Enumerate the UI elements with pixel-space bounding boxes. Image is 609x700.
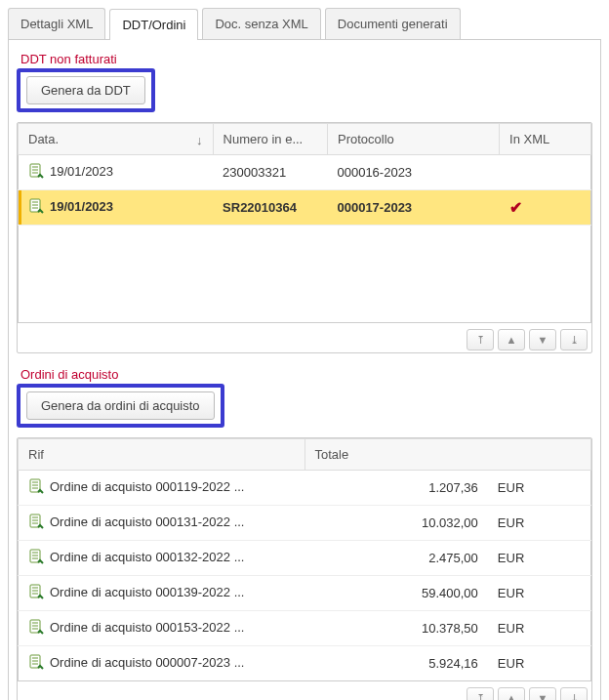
document-icon — [28, 584, 44, 602]
ordini-row-rif: Ordine di acquisto 000139-2022 ... — [50, 585, 244, 599]
document-icon — [28, 198, 44, 217]
ordini-row-rif: Ordine di acquisto 000153-2022 ... — [50, 620, 244, 635]
ddt-col-inxml[interactable]: In XML — [500, 124, 591, 155]
document-icon — [28, 654, 44, 673]
ddt-row-data: 19/01/2023 — [50, 164, 113, 179]
ordini-row[interactable]: Ordine di acquisto 000153-2022 ...10.378… — [19, 611, 591, 646]
tab-dettagli-xml[interactable]: Dettagli XML — [8, 8, 105, 39]
last-icon: ⤓ — [570, 334, 579, 346]
ordini-row-rif: Ordine di acquisto 000131-2022 ... — [50, 515, 244, 529]
ordini-section-title: Ordini di acquisto — [20, 367, 592, 382]
ddt-col-protocollo[interactable]: Protocollo — [327, 124, 499, 155]
ordini-row-totale: 10.032,00 — [304, 506, 488, 541]
ddt-section-title: DDT non fatturati — [20, 52, 592, 66]
ordini-row-rif: Ordine di acquisto 000132-2022 ... — [50, 550, 244, 564]
up-icon: ▲ — [507, 692, 517, 701]
ddt-row-inxml — [500, 155, 591, 190]
tab-ddt-ordini[interactable]: DDT/Ordini — [109, 9, 198, 40]
ddt-row[interactable]: 19/01/2023SR22010364000017-2023✔ — [19, 190, 591, 226]
check-icon: ✔ — [509, 199, 522, 216]
document-icon — [28, 549, 44, 567]
ordini-pager-next-button[interactable]: ▼ — [529, 687, 556, 700]
panel-ddt-ordini: DDT non fatturati Genera da DDT Data. ↓ … — [8, 40, 601, 700]
ordini-row[interactable]: Ordine di acquisto 000132-2022 ...2.475,… — [19, 541, 591, 576]
genera-da-ddt-button[interactable]: Genera da DDT — [26, 76, 145, 104]
sort-down-icon: ↓ — [196, 132, 203, 146]
ordini-row-rif: Ordine di acquisto 000119-2022 ... — [50, 479, 244, 494]
ddt-pager-prev-button[interactable]: ▲ — [498, 329, 525, 350]
ordini-col-totale[interactable]: Totale — [304, 439, 591, 471]
down-icon: ▼ — [538, 692, 548, 701]
ordini-row-rif: Ordine di acquisto 000007-2023 ... — [50, 655, 244, 670]
ordini-row-currency: EUR — [488, 541, 591, 576]
ddt-pager-last-button[interactable]: ⤓ — [560, 329, 588, 350]
ordini-row-currency: EUR — [488, 471, 591, 506]
document-icon — [28, 514, 44, 532]
ddt-col-data[interactable]: Data. ↓ — [19, 124, 214, 155]
ddt-pager-next-button[interactable]: ▼ — [529, 329, 556, 350]
ordini-pager: ⤒ ▲ ▼ ⤓ — [18, 681, 591, 700]
ddt-table: Data. ↓ Numero in e... Protocollo In XML… — [18, 123, 591, 323]
tab-doc-senza-xml[interactable]: Doc. senza XML — [202, 8, 320, 39]
ddt-empty-area — [19, 226, 591, 323]
ordini-table: Rif Totale Ordine di acquisto 000119-202… — [18, 438, 591, 681]
ordini-row[interactable]: Ordine di acquisto 000131-2022 ...10.032… — [19, 506, 591, 541]
last-icon: ⤓ — [570, 692, 579, 701]
ddt-row-numero: 230003321 — [213, 155, 327, 190]
ordini-col-rif[interactable]: Rif — [19, 439, 305, 471]
document-icon — [28, 163, 44, 182]
ddt-row-protocollo: 000017-2023 — [327, 190, 499, 226]
tab-bar: Dettagli XML DDT/Ordini Doc. senza XML D… — [8, 8, 601, 40]
ordini-pager-prev-button[interactable]: ▲ — [498, 687, 525, 700]
ddt-row-numero: SR22010364 — [213, 190, 327, 226]
ddt-row-data: 19/01/2023 — [50, 199, 113, 214]
ordini-row-totale: 10.378,50 — [304, 611, 488, 646]
ddt-button-highlight: Genera da DDT — [17, 68, 155, 112]
ordini-row-totale: 2.475,00 — [304, 541, 488, 576]
ordini-button-highlight: Genera da ordini di acquisto — [17, 384, 224, 428]
ordini-row[interactable]: Ordine di acquisto 000119-2022 ...1.207,… — [19, 471, 591, 506]
first-icon: ⤒ — [476, 692, 485, 701]
document-icon — [28, 619, 44, 638]
ordini-row[interactable]: Ordine di acquisto 000139-2022 ...59.400… — [19, 576, 591, 611]
ordini-row-totale: 59.400,00 — [304, 576, 488, 611]
ordini-row-currency: EUR — [488, 506, 591, 541]
ddt-pager-first-button[interactable]: ⤒ — [467, 329, 494, 350]
ddt-table-wrap: Data. ↓ Numero in e... Protocollo In XML… — [17, 122, 592, 353]
ordini-row-totale: 1.207,36 — [304, 471, 488, 506]
ordini-row[interactable]: Ordine di acquisto 000007-2023 ...5.924,… — [19, 646, 591, 681]
ddt-col-data-label: Data. — [28, 132, 59, 146]
ordini-pager-first-button[interactable]: ⤒ — [467, 687, 494, 700]
ordini-row-currency: EUR — [488, 646, 591, 681]
ddt-pager: ⤒ ▲ ▼ ⤓ — [18, 323, 591, 352]
down-icon: ▼ — [538, 334, 548, 346]
ordini-pager-last-button[interactable]: ⤓ — [560, 687, 588, 700]
ddt-row-inxml: ✔ — [500, 190, 591, 226]
ddt-row-protocollo: 000016-2023 — [327, 155, 499, 190]
ordini-table-wrap: Rif Totale Ordine di acquisto 000119-202… — [17, 437, 592, 700]
ordini-row-currency: EUR — [488, 576, 591, 611]
document-icon — [28, 478, 44, 497]
ordini-row-totale: 5.924,16 — [304, 646, 488, 681]
genera-da-ordini-button[interactable]: Genera da ordini di acquisto — [26, 391, 215, 420]
ddt-col-numero[interactable]: Numero in e... — [213, 124, 327, 155]
up-icon: ▲ — [507, 334, 517, 346]
ddt-row[interactable]: 19/01/2023230003321000016-2023 — [19, 155, 591, 190]
ordini-row-currency: EUR — [488, 611, 591, 646]
tab-documenti-generati[interactable]: Documenti generati — [325, 8, 461, 39]
first-icon: ⤒ — [476, 334, 485, 346]
